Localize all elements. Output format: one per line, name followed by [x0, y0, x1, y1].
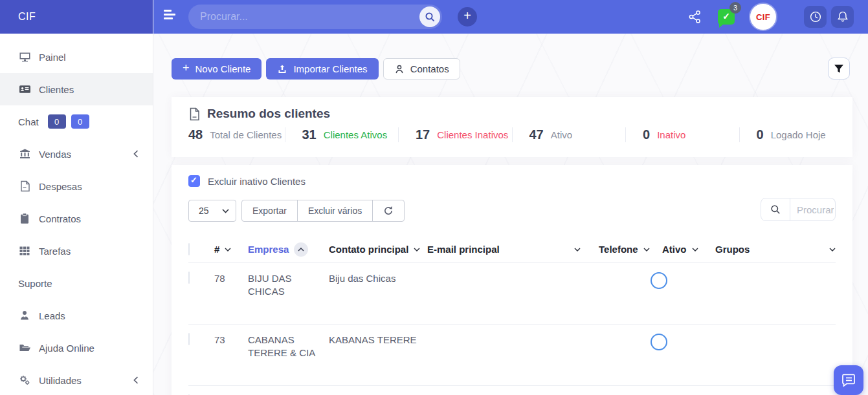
table-row[interactable]: 79 CENTRO DE teste teste: [188, 386, 836, 395]
column-header-email[interactable]: E-mail principal: [427, 244, 599, 255]
page-size-select[interactable]: 25: [188, 200, 236, 222]
monitor-icon: [18, 50, 31, 63]
contacts-button[interactable]: Contatos: [383, 58, 460, 80]
sidebar: CIF Painel Clientes Chat 0 0: [0, 0, 153, 395]
menu-toggle-icon[interactable]: [164, 10, 177, 23]
chevron-left-icon: [133, 150, 139, 158]
row-checkbox[interactable]: [188, 272, 190, 284]
row-checkbox[interactable]: [188, 333, 190, 345]
sidebar-item-label: Clientes: [39, 84, 74, 95]
sidebar-item-label: Chat: [18, 116, 39, 127]
folder-open-icon: [18, 341, 31, 354]
cell-num: 78: [214, 272, 248, 285]
add-button[interactable]: +: [458, 7, 477, 27]
sidebar-item-label: Vendas: [39, 149, 71, 160]
table-header: # Empresa Contato principal E-mail princ…: [188, 236, 836, 263]
column-header-end[interactable]: [827, 248, 836, 251]
exclude-inactive-checkbox[interactable]: [188, 175, 200, 187]
exclude-inactive-row: Excluir inativo Clientes: [188, 165, 836, 187]
chevron-down-icon: [222, 209, 229, 213]
table-row[interactable]: 73 CABANAS TERERE & CIA KABANAS TERERE: [188, 325, 836, 386]
person-icon: [394, 64, 405, 74]
chevron-down-icon: [692, 248, 698, 251]
gears-icon: [18, 374, 31, 387]
cell-empresa: CABANAS TERERE & CIA: [248, 334, 329, 359]
filter-button[interactable]: [828, 58, 850, 80]
column-header-ativo[interactable]: Ativo: [662, 244, 715, 255]
app-logo[interactable]: CIF: [18, 11, 36, 23]
share-icon[interactable]: [687, 9, 703, 25]
plus-icon: +: [183, 61, 190, 75]
history-button[interactable]: [804, 6, 827, 28]
summary-title-row: Resumo dos clientes: [172, 97, 852, 121]
sidebar-item-label: Contratos: [39, 213, 81, 224]
table-search: [761, 198, 836, 221]
bank-icon: [18, 147, 31, 160]
import-clients-button[interactable]: Importar Clientes: [266, 58, 378, 80]
table-actions-group: Exportar Excluir vários: [241, 200, 405, 222]
actions-row: + Novo Cliente Importar Clientes Contato…: [172, 58, 460, 80]
sidebar-item-label: Painel: [39, 52, 66, 63]
document-icon: [18, 180, 31, 193]
sidebar-item-ajuda-online[interactable]: Ajuda Online: [0, 332, 153, 364]
chevron-up-icon: [298, 248, 304, 251]
stat-clientes-inativos: 17Clientes Inativos: [398, 127, 512, 142]
summary-card: Resumo dos clientes 48Total de Clientes …: [172, 97, 852, 157]
sidebar-item-leads[interactable]: Leads: [0, 299, 153, 332]
funnel-icon: [834, 64, 844, 74]
column-header-grupos[interactable]: Grupos: [715, 244, 827, 255]
summary-title: Resumo dos clientes: [207, 107, 330, 121]
notifications-button[interactable]: [831, 6, 854, 28]
global-search-input[interactable]: [188, 11, 419, 23]
bulk-delete-button[interactable]: Excluir vários: [297, 200, 372, 221]
app-window: CIF Painel Clientes Chat 0 0: [0, 0, 868, 395]
sidebar-item-label: Leads: [39, 310, 65, 321]
new-client-button[interactable]: + Novo Cliente: [172, 58, 262, 80]
sidebar-item-utilidades[interactable]: Utilidades: [0, 364, 153, 395]
main-content: + Novo Cliente Importar Clientes Contato…: [153, 34, 868, 395]
file-icon: [188, 107, 201, 121]
stat-total-clientes: 48Total de Clientes: [172, 127, 285, 142]
avatar-initials: CIF: [756, 12, 770, 22]
table-toolbar: 25 Exportar Excluir vários: [188, 200, 836, 222]
sidebar-item-clientes[interactable]: Clientes: [0, 73, 153, 105]
column-header-contato[interactable]: Contato principal: [329, 244, 427, 255]
chevron-left-icon: [133, 376, 139, 384]
search-icon[interactable]: [419, 6, 440, 27]
search-icon[interactable]: [761, 198, 790, 221]
column-header-empresa[interactable]: Empresa: [248, 242, 329, 257]
sidebar-item-suporte[interactable]: Suporte: [0, 267, 153, 299]
sidebar-item-painel[interactable]: Painel: [0, 41, 153, 73]
exclude-inactive-label: Excluir inativo Clientes: [208, 176, 306, 187]
sidebar-menu: Painel Clientes Chat 0 0 Vendas: [0, 34, 153, 395]
global-search: [188, 5, 442, 29]
column-header-telefone[interactable]: Telefone: [599, 244, 662, 255]
chevron-down-icon: [574, 248, 581, 251]
cell-empresa: BIJU DAS CHICAS: [248, 272, 329, 298]
sidebar-item-chat[interactable]: Chat 0 0: [0, 105, 153, 138]
sidebar-item-label: Tarefas: [39, 246, 71, 257]
sidebar-item-despesas[interactable]: Despesas: [0, 170, 153, 202]
table-row[interactable]: 78 BIJU DAS CHICAS Biju das Chicas: [188, 263, 836, 325]
select-all-checkbox[interactable]: [188, 243, 190, 255]
avatar[interactable]: CIF: [750, 4, 776, 30]
cell-contato: Biju das Chicas: [329, 272, 427, 285]
sidebar-item-contratos[interactable]: Contratos: [0, 202, 153, 235]
clients-table-card: Excluir inativo Clientes 25 Exportar Exc…: [172, 165, 852, 395]
column-header-num[interactable]: #: [214, 244, 248, 255]
sidebar-item-label: Suporte: [18, 278, 52, 289]
stat-ativo: 47Ativo: [512, 127, 626, 142]
chevron-down-icon: [643, 248, 650, 251]
table-search-input[interactable]: [790, 198, 836, 221]
chat-badge-2: 0: [71, 114, 89, 129]
id-card-icon: [18, 83, 31, 96]
chevron-down-icon: [829, 248, 836, 251]
sidebar-item-label: Utilidades: [39, 375, 82, 386]
grid-icon: [18, 244, 31, 257]
export-button[interactable]: Exportar: [242, 200, 297, 221]
chat-fab-button[interactable]: [834, 365, 863, 395]
chat-bubble-icon: [841, 372, 856, 388]
refresh-button[interactable]: [372, 200, 404, 221]
sidebar-item-vendas[interactable]: Vendas: [0, 138, 153, 170]
sidebar-item-tarefas[interactable]: Tarefas: [0, 235, 153, 267]
